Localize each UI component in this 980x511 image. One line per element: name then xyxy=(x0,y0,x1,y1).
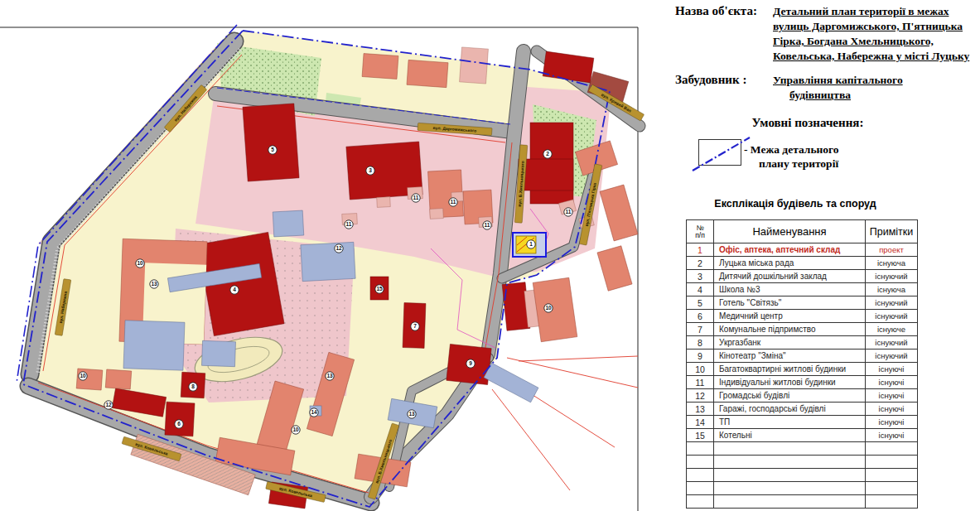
svg-text:10: 10 xyxy=(292,427,299,432)
building-badge: 10 xyxy=(292,426,300,434)
svg-text:11: 11 xyxy=(566,209,572,215)
plan-sheet: вул. Набережнавул. Набережнавул. Даргоми… xyxy=(0,0,980,511)
developer-label: Забудовник : xyxy=(675,73,746,87)
building-badge: 4 xyxy=(230,286,239,294)
building-badge: 13 xyxy=(150,280,158,288)
table-row: 14ТПіснуючі xyxy=(687,416,918,429)
svg-text:9: 9 xyxy=(469,360,472,366)
svg-text:12: 12 xyxy=(105,402,112,407)
table-row: 12Громадські будівлііснуючі xyxy=(687,389,918,403)
col-header-note: Примітки xyxy=(866,220,918,243)
table-empty-row xyxy=(687,442,918,456)
building-badge: 9 xyxy=(466,359,475,368)
building-badge: 11 xyxy=(412,194,420,202)
svg-text:1: 1 xyxy=(529,241,533,247)
building-badge: 2 xyxy=(543,150,552,158)
developer-value: Управління капітального будівництва xyxy=(773,73,980,103)
building-badge: 11 xyxy=(449,198,457,206)
svg-text:15: 15 xyxy=(376,286,383,292)
explication-table: № п/п Найменування Примітки 1Офіс, аптек… xyxy=(686,219,918,509)
svg-text:14: 14 xyxy=(311,409,317,415)
table-empty-row xyxy=(687,469,918,482)
building-badge: 12 xyxy=(104,401,113,409)
table-header-row: № п/п Найменування Примітки xyxy=(687,220,918,243)
table-row: 4Школа №3існуюча xyxy=(687,283,918,296)
building-badge: 15 xyxy=(375,285,384,293)
building-badge: 3 xyxy=(366,166,374,175)
table-row: 10Багатоквартирні житлові будинкиіснуючі xyxy=(687,363,918,376)
svg-text:2: 2 xyxy=(546,151,549,157)
building-badge: 1 xyxy=(527,240,535,248)
building-badge: 7 xyxy=(411,322,419,330)
svg-text:12: 12 xyxy=(336,245,342,251)
svg-text:13: 13 xyxy=(151,281,157,287)
building-badge: 8 xyxy=(189,383,197,391)
table-row: 15Котельнііснуючі xyxy=(687,429,918,442)
building-badge: 12 xyxy=(335,244,343,253)
svg-text:10: 10 xyxy=(137,260,143,266)
svg-text:11: 11 xyxy=(485,222,490,228)
building-badge: 10 xyxy=(544,304,553,312)
building-badge: 13 xyxy=(326,372,334,380)
building-badge: 10 xyxy=(79,372,87,380)
building-badge: 5 xyxy=(268,146,277,154)
territory-map: вул. Набережнавул. Набережнавул. Даргоми… xyxy=(0,0,654,511)
building-badge: 11 xyxy=(345,220,353,229)
table-row: 13Гаражі, господарські будівлііснуючі xyxy=(687,403,918,416)
svg-text:8: 8 xyxy=(191,383,195,389)
svg-text:5: 5 xyxy=(271,147,274,152)
table-row: 11Індивідуальні житлові будинкиіснуючі xyxy=(687,376,918,389)
svg-text:13: 13 xyxy=(326,373,333,378)
table-empty-row xyxy=(687,495,918,509)
table-row: 3Дитячий дошкільний закладіснуючий xyxy=(687,270,918,283)
svg-text:11: 11 xyxy=(346,221,352,227)
svg-text:10: 10 xyxy=(80,373,86,378)
col-header-number: № п/п xyxy=(687,220,714,243)
table-row: 9Кінотеатр "Зміна"існуючий xyxy=(687,350,918,363)
svg-text:11: 11 xyxy=(451,199,456,205)
table-empty-row xyxy=(687,482,918,495)
table-row: 7Комунальне підпримствоіснуюче xyxy=(687,323,918,336)
table-row: 2Луцька міська радаіснуюча xyxy=(687,257,918,270)
building-badge: 14 xyxy=(310,408,318,417)
object-name-value: Детальний план території в межах вулиць … xyxy=(773,4,980,64)
table-row: 6Медичний центріснуючий xyxy=(687,310,918,323)
table-empty-row xyxy=(687,456,918,469)
explication-title: Експлікація будівель та споруд xyxy=(698,198,892,210)
svg-text:3: 3 xyxy=(369,167,372,173)
col-header-name: Найменування xyxy=(714,220,866,243)
table-row: 1Офіс, аптека, аптечний складпроект xyxy=(687,243,918,257)
building-badge: 6 xyxy=(175,420,183,428)
svg-text:4: 4 xyxy=(233,287,236,292)
legend-title: Умовні позначення: xyxy=(725,116,891,130)
svg-text:13: 13 xyxy=(408,411,415,417)
building-badge: 13 xyxy=(408,410,416,418)
legend-boundary-label: - Межа детального плану території xyxy=(744,142,839,171)
building-badge: 10 xyxy=(136,259,144,268)
svg-text:7: 7 xyxy=(413,323,417,329)
svg-text:10: 10 xyxy=(545,305,552,311)
svg-text:11: 11 xyxy=(413,195,419,200)
svg-text:6: 6 xyxy=(177,421,181,427)
table-row: 8Укргазбанкіснуючий xyxy=(687,336,918,350)
object-name-label: Назва об'єкта: xyxy=(675,4,757,18)
table-row: 5Готель "Світязь"існуючий xyxy=(687,296,918,310)
building-badge: 11 xyxy=(564,208,572,216)
building-badge: 11 xyxy=(483,221,491,229)
